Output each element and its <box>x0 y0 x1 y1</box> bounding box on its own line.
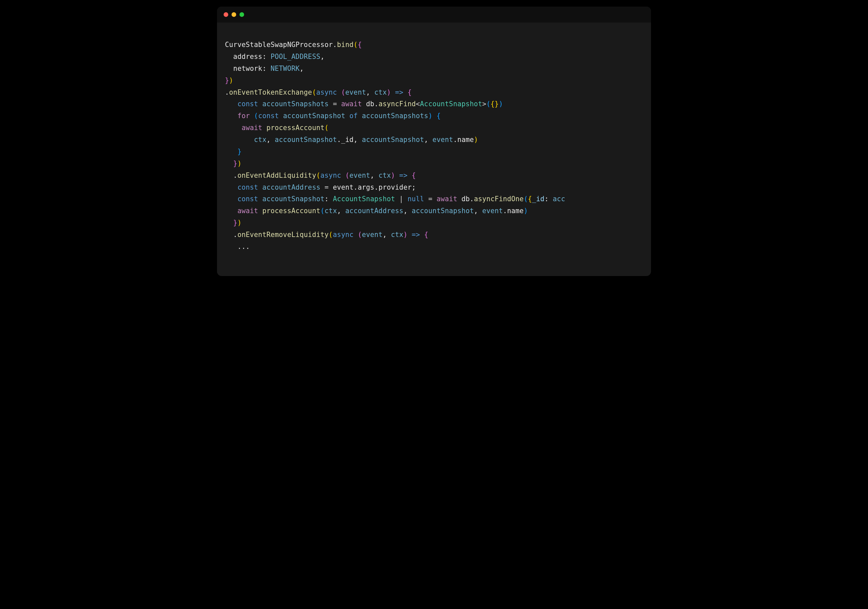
window-titlebar <box>217 7 651 23</box>
code-line-13: const accountAddress = event.args.provid… <box>225 183 416 191</box>
code-line-5: .onEventTokenExchange(async (event, ctx)… <box>225 89 411 96</box>
code-line-6: const accountSnapshots = await db.asyncF… <box>225 100 503 108</box>
code-line-7: for (const accountSnapshot of accountSna… <box>225 112 441 120</box>
code-line-15: await processAccount(ctx, accountAddress… <box>225 207 528 215</box>
code-line-14: const accountSnapshot: AccountSnapshot |… <box>225 195 565 203</box>
code-line-8: await processAccount( <box>225 124 329 132</box>
code-line-2: address: POOL_ADDRESS, <box>225 53 324 61</box>
code-line-11: }) <box>225 160 242 168</box>
code-line-4: }) <box>225 76 233 84</box>
code-line-12: .onEventAddLiquidity(async (event, ctx) … <box>225 171 416 179</box>
maximize-icon[interactable] <box>240 12 244 17</box>
code-editor: CurveStableSwapNGProcessor.bind({ addres… <box>217 23 651 276</box>
code-line-16: }) <box>225 219 242 227</box>
code-line-1: CurveStableSwapNGProcessor.bind({ <box>225 41 362 49</box>
close-icon[interactable] <box>224 12 228 17</box>
code-line-18: ... <box>225 242 250 250</box>
minimize-icon[interactable] <box>231 12 236 17</box>
code-line-3: network: NETWORK, <box>225 65 304 73</box>
code-line-10: } <box>225 148 242 155</box>
code-line-17: .onEventRemoveLiquidity(async (event, ct… <box>225 231 428 239</box>
code-line-9: ctx, accountSnapshot._id, accountSnapsho… <box>225 136 478 144</box>
code-window: CurveStableSwapNGProcessor.bind({ addres… <box>217 7 651 276</box>
